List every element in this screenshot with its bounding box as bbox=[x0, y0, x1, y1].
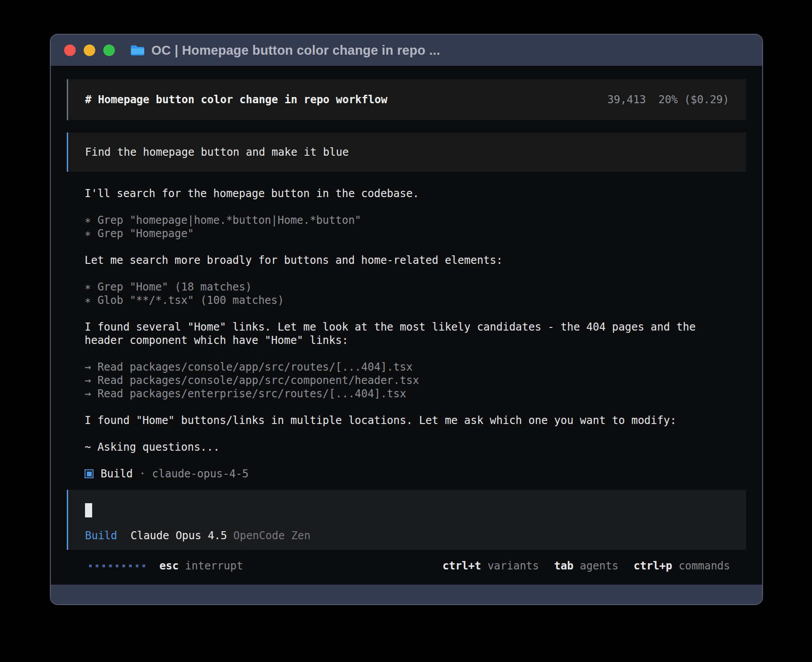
close-button[interactable] bbox=[64, 44, 76, 56]
agent-build-icon bbox=[85, 469, 93, 478]
blank-line bbox=[85, 240, 746, 254]
assistant-text-line: Let me search more broadly for buttons a… bbox=[85, 254, 746, 267]
active-model-label: Claude Opus 4.5 bbox=[130, 529, 227, 542]
assistant-text-line: I found several "Home" links. Let me loo… bbox=[85, 320, 746, 334]
hint-key: tab bbox=[554, 560, 573, 572]
session-header: # Homepage button color change in repo w… bbox=[67, 79, 746, 120]
zoom-button[interactable] bbox=[103, 44, 115, 56]
context-cost: 20% ($0.29) bbox=[658, 93, 729, 106]
active-agent-label: Build bbox=[85, 529, 117, 542]
hint-label-text: interrupt bbox=[185, 560, 243, 572]
traffic-lights bbox=[64, 44, 115, 56]
minimize-button[interactable] bbox=[84, 44, 95, 56]
tool-call-line: ∗ Grep "Homepage" bbox=[85, 227, 746, 240]
user-message: Find the homepage button and make it blu… bbox=[67, 133, 746, 172]
tool-call-line: → Read packages/enterprise/src/routes/[.… bbox=[85, 387, 746, 400]
blank-line bbox=[85, 267, 746, 280]
text-cursor bbox=[85, 503, 92, 517]
hint-label-text: variants bbox=[487, 560, 539, 572]
model-row: Build Claude Opus 4.5 OpenCode Zen bbox=[85, 529, 729, 542]
spinner-dot bbox=[89, 565, 92, 567]
blank-line bbox=[85, 400, 746, 414]
window-bottom-bar bbox=[51, 585, 762, 604]
hint-key: ctrl+t bbox=[443, 560, 481, 572]
blank-line bbox=[85, 200, 746, 214]
hint-label bbox=[179, 560, 185, 572]
tool-call-line: → Read packages/console/app/src/componen… bbox=[85, 374, 746, 387]
spinner-dot bbox=[116, 565, 118, 567]
spinner-dot bbox=[102, 565, 105, 567]
tool-call-line: ∗ Grep "homepage|home.*button|Home.*butt… bbox=[85, 214, 746, 227]
hint-commands: ctrl+p commands bbox=[633, 560, 730, 572]
hint-label-text: commands bbox=[678, 560, 730, 572]
blank-line bbox=[85, 427, 746, 440]
folder-icon bbox=[130, 44, 145, 57]
spinner-dot bbox=[142, 565, 145, 567]
session-title: # Homepage button color change in repo w… bbox=[85, 93, 387, 106]
status-bar: esc interrupt ctrl+t variants tab agents… bbox=[67, 550, 746, 585]
agent-name: Build bbox=[101, 467, 133, 480]
assistant-text-line: ~ Asking questions... bbox=[85, 440, 746, 454]
assistant-text-line: I found "Home" buttons/links in multiple… bbox=[85, 414, 746, 427]
model-provider-label: OpenCode Zen bbox=[233, 529, 310, 542]
spinner-dot bbox=[122, 565, 125, 567]
spinner-dot bbox=[136, 565, 138, 567]
flex-spacer bbox=[67, 480, 746, 490]
hint-interrupt: esc interrupt bbox=[159, 560, 243, 572]
tool-call-line: ∗ Grep "Home" (18 matches) bbox=[85, 280, 746, 294]
assistant-transcript: I'll search for the homepage button in t… bbox=[67, 187, 746, 480]
hint-variants: ctrl+t variants bbox=[443, 560, 539, 572]
agent-model: · claude-opus-4-5 bbox=[133, 467, 248, 480]
assistant-text-line: I'll search for the homepage button in t… bbox=[85, 187, 746, 200]
terminal-content: # Homepage button color change in repo w… bbox=[51, 66, 762, 585]
prompt-input[interactable]: Build Claude Opus 4.5 OpenCode Zen bbox=[67, 490, 746, 550]
status-left: esc interrupt bbox=[89, 560, 243, 572]
tool-call-line: ∗ Glob "**/*.tsx" (100 matches) bbox=[85, 294, 746, 307]
blank-line bbox=[85, 347, 746, 360]
hint-agents: tab agents bbox=[554, 560, 619, 572]
hint-key: ctrl+p bbox=[633, 560, 672, 572]
token-count: 39,413 bbox=[607, 93, 646, 106]
terminal-window: OC | Homepage button color change in rep… bbox=[50, 34, 763, 605]
window-title: OC | Homepage button color change in rep… bbox=[151, 43, 440, 58]
status-right: ctrl+t variants tab agents ctrl+p comman… bbox=[443, 560, 730, 572]
blank-line bbox=[85, 307, 746, 320]
spinner-dot bbox=[129, 565, 132, 567]
tool-call-line: → Read packages/console/app/src/routes/[… bbox=[85, 360, 746, 374]
assistant-text-line: header component which have "Home" links… bbox=[85, 334, 746, 347]
user-message-text: Find the homepage button and make it blu… bbox=[85, 146, 349, 158]
session-stats: 39,413 20% ($0.29) bbox=[607, 93, 729, 106]
blank-line bbox=[85, 454, 746, 467]
agent-status-line: Build · claude-opus-4-5 bbox=[85, 467, 746, 480]
spinner-dots-icon bbox=[89, 565, 145, 567]
spinner-dot bbox=[109, 565, 112, 567]
title-bar: OC | Homepage button color change in rep… bbox=[51, 35, 762, 66]
hint-key: esc bbox=[159, 560, 179, 572]
spinner-dot bbox=[96, 565, 98, 567]
hint-label-text: agents bbox=[580, 560, 619, 572]
